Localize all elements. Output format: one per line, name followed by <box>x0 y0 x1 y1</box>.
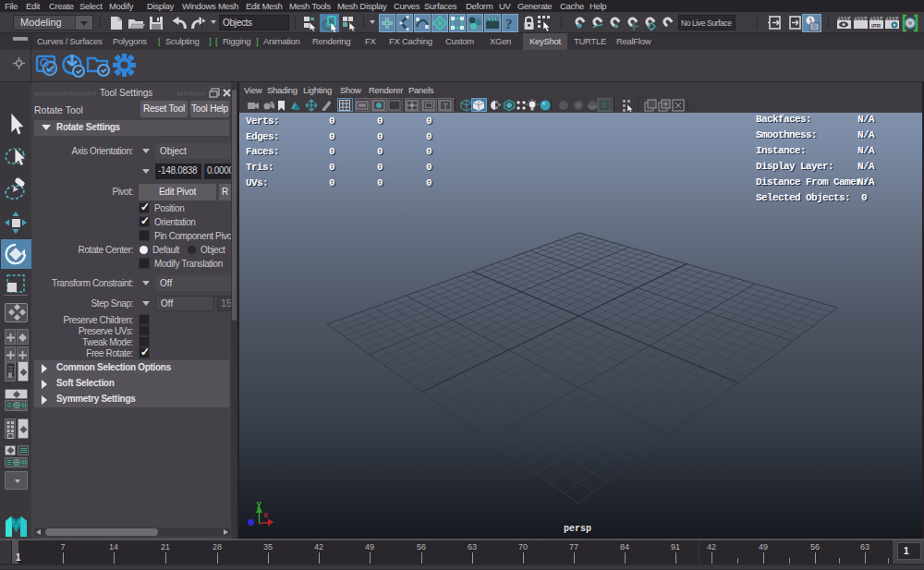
svg-text:x: x <box>263 511 269 520</box>
svg-text:T: T <box>444 102 449 111</box>
svg-text:y: y <box>257 500 262 509</box>
svg-text:?: ? <box>505 17 513 31</box>
svg-text:IPR: IPR <box>871 23 881 29</box>
